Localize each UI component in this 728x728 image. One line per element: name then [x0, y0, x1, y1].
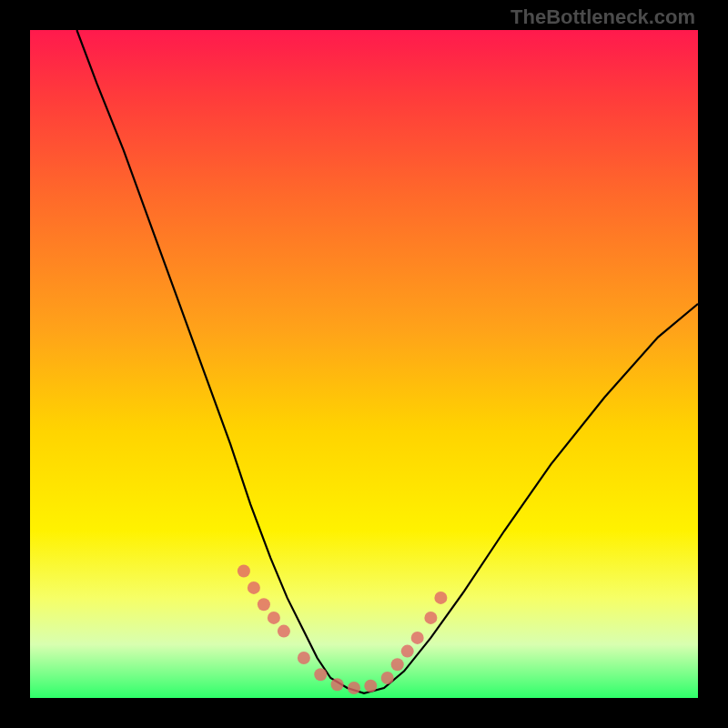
marker-point — [238, 565, 250, 578]
marker-point — [401, 645, 414, 658]
marker-group — [238, 565, 448, 695]
marker-point — [258, 598, 270, 611]
marker-point — [331, 678, 344, 691]
marker-point — [278, 625, 290, 638]
marker-point — [434, 592, 447, 604]
marker-point — [411, 632, 424, 644]
chart-frame: TheBottleneck.com — [0, 0, 728, 728]
marker-point — [364, 680, 377, 693]
marker-point — [391, 658, 404, 671]
marker-point — [424, 612, 437, 624]
marker-point — [348, 682, 360, 694]
marker-point — [381, 672, 394, 684]
marker-point — [248, 581, 260, 594]
marker-point — [314, 668, 327, 681]
marker-point — [268, 612, 280, 624]
watermark-text: TheBottleneck.com — [511, 5, 695, 29]
bottleneck-curve — [76, 30, 698, 693]
marker-point — [298, 652, 310, 664]
plot-area — [30, 30, 698, 698]
plot-svg — [30, 30, 698, 698]
